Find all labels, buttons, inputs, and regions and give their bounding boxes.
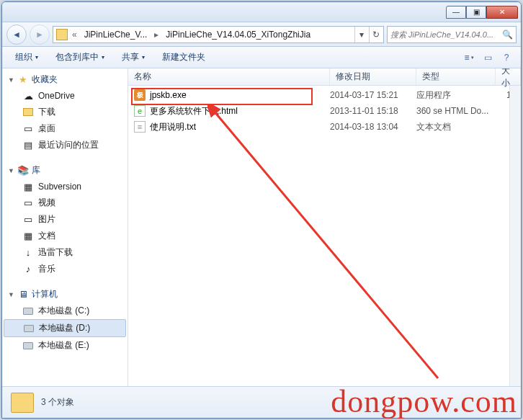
sidebar-item-label: 音乐	[38, 263, 55, 275]
file-type: 360 se HTML Do...	[416, 106, 496, 116]
expand-icon[interactable]: ▼	[8, 76, 14, 83]
expand-icon[interactable]: ▼	[8, 167, 14, 174]
▭-icon: ▭	[22, 123, 34, 135]
file-date: 2014-03-18 13:04	[330, 122, 416, 132]
explorer-window: — ▣ ✕ ◄ ► « JiPinLieChe_V... ▸ JiPinLieC…	[1, 1, 522, 419]
column-date[interactable]: 修改日期	[330, 68, 416, 85]
column-type[interactable]: 类型	[416, 68, 496, 85]
share-menu[interactable]: 共享▾	[115, 48, 152, 66]
▦-icon: ▦	[22, 181, 34, 192]
sidebar-item[interactable]: 本地磁盘 (C:)	[2, 303, 128, 319]
help-button[interactable]: ?	[498, 50, 515, 66]
html-icon: e	[134, 105, 146, 117]
file-list[interactable]: 极jpskb.exe2014-03-17 15:21应用程序1,e更多系统软件下…	[128, 86, 521, 386]
address-bar[interactable]: « JiPinLieChe_V... ▸ JiPinLieChe_V14.04.…	[53, 26, 384, 43]
sidebar-item[interactable]: 本地磁盘 (E:)	[2, 337, 128, 354]
close-button[interactable]: ✕	[486, 6, 518, 19]
sidebar-item-label: 下载	[38, 106, 55, 118]
chevron-right-icon[interactable]: ▸	[153, 30, 160, 40]
file-date: 2014-03-17 15:21	[330, 90, 416, 100]
file-row[interactable]: 极jpskb.exe2014-03-17 15:21应用程序1,	[128, 87, 521, 103]
file-row[interactable]: e更多系统软件下载.html2013-11-01 15:18360 se HTM…	[128, 103, 521, 119]
folder-icon	[56, 29, 68, 40]
breadcrumb-item-2[interactable]: JiPinLieChe_V14.04.05_XiTongZhiJia	[161, 28, 315, 41]
sidebar-item[interactable]: ☁OneDrive	[2, 88, 128, 104]
drive-icon	[22, 305, 34, 317]
file-date: 2013-11-01 15:18	[330, 106, 416, 116]
computer-label: 计算机	[32, 288, 58, 300]
sidebar-item[interactable]: 下载	[2, 104, 128, 120]
file-row[interactable]: ≡使用说明.txt2014-03-18 13:04文本文档	[128, 119, 521, 135]
sidebar-item[interactable]: ♪音乐	[2, 261, 128, 277]
▭-icon: ▭	[22, 197, 34, 209]
organize-menu[interactable]: 组织▾	[8, 48, 45, 66]
toolbar: 组织▾ 包含到库中▾ 共享▾ 新建文件夹 ≡▾ ▭ ?	[2, 47, 521, 68]
forward-button[interactable]: ►	[30, 24, 50, 45]
drive-icon	[23, 323, 35, 334]
sidebar-item[interactable]: 本地磁盘 (D:)	[4, 319, 126, 337]
view-button[interactable]: ≡▾	[460, 50, 478, 66]
breadcrumb-item-1[interactable]: JiPinLieChe_V...	[80, 28, 152, 41]
breadcrumb-separator[interactable]: «	[71, 30, 79, 40]
sidebar-item-label: 视频	[38, 197, 55, 209]
navigation-pane[interactable]: ▼ ★ 收藏夹 ☁OneDrive下载▭桌面▤最近访问的位置 ▼ 📚 库 ▦Su…	[2, 68, 128, 386]
sidebar-item[interactable]: ▭视频	[2, 195, 128, 211]
search-input[interactable]	[390, 30, 501, 39]
file-type: 文本文档	[416, 121, 496, 133]
include-library-menu[interactable]: 包含到库中▾	[48, 48, 112, 66]
toolbar-right: ≡▾ ▭ ?	[460, 50, 515, 66]
sidebar-item-label: 本地磁盘 (D:)	[39, 322, 90, 334]
address-dropdown[interactable]: ▾	[354, 27, 367, 43]
☁-icon: ☁	[22, 90, 34, 102]
↓-icon: ↓	[22, 247, 34, 259]
expand-icon[interactable]: ▼	[8, 291, 14, 298]
sidebar-item-label: 最近访问的位置	[38, 139, 99, 151]
title-bar[interactable]: — ▣ ✕	[2, 2, 521, 22]
sidebar-item[interactable]: ▭图片	[2, 211, 128, 228]
column-headers: 名称 修改日期 类型 大小	[128, 68, 521, 86]
sidebar-item-label: Subversion	[38, 182, 81, 192]
sidebar-item[interactable]: ↓迅雷下载	[2, 244, 128, 261]
favorites-label: 收藏夹	[32, 73, 58, 86]
sidebar-item-label: 文档	[38, 230, 55, 242]
sidebar-item[interactable]: ▦Subversion	[2, 179, 128, 195]
maximize-button[interactable]: ▣	[466, 6, 486, 19]
refresh-button[interactable]: ↻	[369, 27, 382, 43]
txt-icon: ≡	[134, 121, 146, 133]
▭-icon: ▭	[22, 214, 34, 225]
computer-icon: 🖥	[17, 289, 29, 300]
sidebar-item-label: 本地磁盘 (E:)	[38, 339, 89, 352]
folder-icon	[11, 393, 34, 413]
column-name[interactable]: 名称	[128, 68, 330, 85]
favorites-header[interactable]: ▼ ★ 收藏夹	[2, 71, 128, 88]
scrollbar[interactable]	[509, 86, 521, 386]
back-button[interactable]: ◄	[6, 24, 27, 45]
file-name: jpskb.exe	[150, 90, 187, 100]
libraries-group: ▼ 📚 库 ▦Subversion▭视频▭图片▦文档↓迅雷下载♪音乐	[2, 162, 128, 277]
sidebar-item-label: 本地磁盘 (C:)	[38, 305, 89, 317]
search-icon[interactable]: 🔍	[501, 30, 513, 40]
column-size[interactable]: 大小	[496, 68, 521, 85]
file-name: 更多系统软件下载.html	[150, 105, 238, 117]
library-icon: 📚	[17, 165, 29, 177]
drive-icon	[22, 340, 34, 352]
libraries-header[interactable]: ▼ 📚 库	[2, 162, 128, 179]
search-box[interactable]: 🔍	[387, 26, 517, 43]
▤-icon: ▤	[22, 140, 34, 151]
sidebar-item-label: OneDrive	[38, 91, 75, 101]
file-list-pane: 名称 修改日期 类型 大小 极jpskb.exe2014-03-17 15:21…	[128, 68, 521, 386]
sidebar-item-label: 迅雷下载	[38, 246, 73, 259]
computer-header[interactable]: ▼ 🖥 计算机	[2, 286, 128, 303]
preview-pane-button[interactable]: ▭	[479, 50, 496, 66]
new-folder-button[interactable]: 新建文件夹	[155, 48, 213, 66]
sidebar-item-label: 图片	[38, 213, 55, 225]
window-controls: — ▣ ✕	[446, 6, 518, 19]
sidebar-item[interactable]: ▭桌面	[2, 120, 128, 137]
▦-icon: ▦	[22, 231, 34, 242]
sidebar-item[interactable]: ▦文档	[2, 228, 128, 244]
star-icon: ★	[17, 74, 29, 86]
computer-group: ▼ 🖥 计算机 本地磁盘 (C:)本地磁盘 (D:)本地磁盘 (E:)	[2, 286, 128, 354]
sidebar-item[interactable]: ▤最近访问的位置	[2, 137, 128, 153]
minimize-button[interactable]: —	[446, 6, 466, 19]
status-text: 3 个对象	[41, 396, 74, 408]
